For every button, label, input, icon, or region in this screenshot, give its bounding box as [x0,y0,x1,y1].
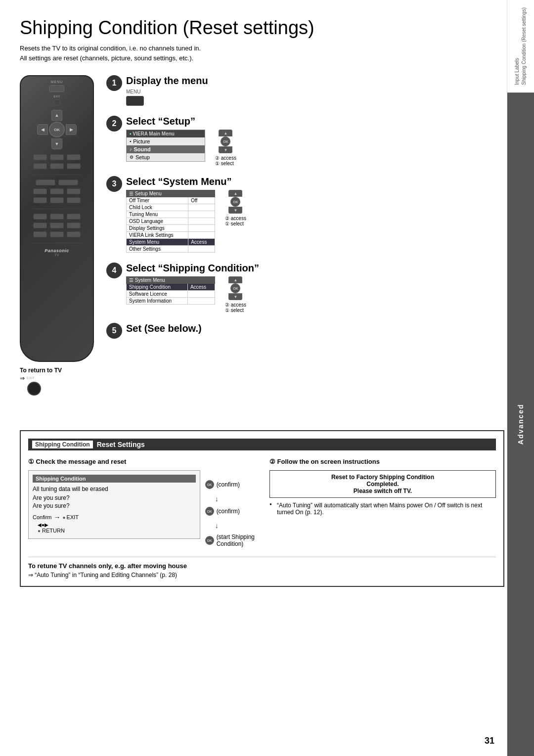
return-to-tv-label: To return to TV [20,367,96,374]
step-1-number: 1 [106,75,122,91]
step-3-number: 3 [106,176,122,192]
exit-label-bottom: EXIT [67,514,79,520]
exit-button-large [27,382,41,396]
retune-section: To retune TV channels only, e.g. after m… [28,557,496,578]
bullet-text-1: “Auto Tuning” will automatically start w… [269,502,496,516]
step-2-menu-header: ▪ VIERA Main Menu [127,130,205,137]
ok-circle-3: OK [205,536,214,545]
step-2-number: 2 [106,116,122,132]
select-label-2: ① select [215,161,236,166]
menu-key-label: MENU [126,89,485,94]
start-text2: Condition) [217,540,244,547]
tv-label: TV [44,253,69,257]
bottom-col-left: ① Check the message and reset Shipping C… [28,458,255,549]
btn3 [67,154,81,160]
nav-up-3: ▲ [228,190,242,197]
ok-circle-2: OK [205,507,214,516]
step-5: 5 Set (See below.) [106,323,485,339]
step-2-menu: ▪ VIERA Main Menu ▪ Picture ♪ Sound ⚙ Se… [126,130,205,162]
subtitle: Resets the TV to its original condition,… [20,44,485,63]
btn21 [33,231,47,237]
step-2-title: Select “Setup” [126,116,485,127]
dpad: ▲ ◀ OK ▶ ▼ [37,110,77,149]
btn18 [33,222,47,228]
confirm-row-1: OK (confirm) [205,480,240,489]
confirm-section: Confirm → ● EXIT [33,513,196,521]
exit-label-small: EXIT [53,95,60,98]
return-to-tv-section: To return to TV ⇒ EXIT [20,367,96,396]
exit-button [53,99,60,106]
select-label-4: ① select [225,308,246,313]
btn10 [50,188,64,194]
access-label-4: ② access [225,302,246,308]
step-5-number: 5 [106,323,122,339]
arrow-down-1: ↓ [215,495,219,503]
col2-title: ② Follow the on screen instructions [269,458,496,465]
confirm-label: Confirm [33,514,52,520]
dpad-up: ▲ [51,110,62,121]
menu-item-picture: ▪ Picture [127,137,205,145]
steps-column: 1 Display the menu MENU 2 Select “Setup” [106,75,485,396]
step-2: 2 Select “Setup” ▪ VIERA Main Menu ▪ Pic… [106,116,485,166]
bottom-col-right: ② Follow the on screen instructions Rese… [269,458,496,549]
page-number: 31 [485,736,494,746]
btn23 [67,231,81,237]
access-label-3: ② access [225,216,246,221]
step-4-menu-header: ☰ System Menu [127,277,215,284]
sidebar-top-text: Input Labels Shipping Condition (Reset s… [511,0,530,92]
nav-up-4: ▲ [228,276,242,283]
message-line2: Are you sure? [33,494,196,501]
btn14 [67,197,81,203]
factory-line1: Reset to Factory Shipping Condition [331,474,434,481]
nav-down-4: ▼ [228,293,242,300]
confirm2-text: (confirm) [217,508,240,515]
btn1 [33,154,47,160]
ok-confirm-steps: OK (confirm) ↓ OK (confirm) ↓ OK (start … [205,470,255,549]
menu-item-sound: ♪ Sound [127,145,205,153]
shipping-condition-box: Shipping Condition All tuning data will … [28,470,200,539]
btn16 [50,214,64,220]
step-4-title: Select “Shipping Condition” [126,263,485,274]
step-1-title: Display the menu [126,75,485,87]
remote-control: MENU EXIT ▲ ◀ OK ▶ ▼ [20,75,96,396]
bottom-section: Shipping Condition Reset Settings ① Chec… [20,430,504,587]
menu-key-button [126,96,144,106]
btn12 [33,197,47,203]
step-1: 1 Display the menu MENU [106,75,485,106]
confirm-row-2: OK (confirm) [205,507,240,516]
ok-btn-3: OK [230,197,240,207]
title-suffix: (Reset settings) [178,17,314,38]
ok-button: OK [49,122,65,137]
exit-small-label: EXIT [27,376,35,380]
message-line3: Are you sure? [33,502,196,509]
start-row: OK (start Shipping Condition) [205,534,255,547]
return-label-bottom: ● RETURN [33,528,196,534]
message-line1: All tuning data will be erased [33,486,196,492]
sidebar: Input Labels Shipping Condition (Reset s… [507,0,534,756]
step-5-title: Set (See below.) [126,323,485,334]
factory-line2: Completed. [366,481,399,488]
arrow-down-2: ↓ [215,522,219,530]
header-label: Reset Settings [97,441,145,448]
step-3-menu: ☰ Setup Menu Off TimerOff Child Lock Tun… [126,190,215,253]
retune-title: To retune TV channels only, e.g. after m… [28,562,496,570]
nav-down-2: ▼ [219,146,232,153]
step-2-nav: ▲ OK ▼ ② access ① select [215,130,236,166]
shipping-box-header: Shipping Condition [33,475,196,483]
panasonic-brand: Panasonic [44,248,69,253]
btn8 [58,179,78,185]
btn22 [50,231,64,237]
step-3-title: Select “System Menu” [126,176,485,187]
sidebar-advanced-label: Advanced [507,92,534,756]
step-3-menu-header: ☰ Setup Menu [127,190,215,197]
brand-logo: Panasonic TV [42,246,72,259]
step-4-nav: ▲ OK ▼ ② access ① select [225,276,246,313]
ok-circle-1: OK [205,480,214,489]
select-label-3: ① select [225,221,246,226]
start-text: (start Shipping [217,534,255,540]
ok-btn-2: OK [221,136,230,146]
bottom-header: Shipping Condition Reset Settings [28,439,496,450]
step-4: 4 Select “Shipping Condition” ☰ System M… [106,263,485,313]
btn19 [50,222,64,228]
col1-title: ① Check the message and reset [28,458,255,465]
